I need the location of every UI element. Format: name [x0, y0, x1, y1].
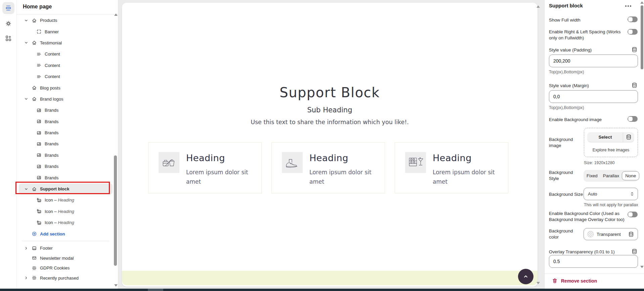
overlay-transparency-label: Overlay Transparency (0.01 to 1): [549, 249, 615, 255]
chevron-down-icon[interactable]: [24, 186, 29, 192]
scrollbar-down-arrow[interactable]: [114, 284, 118, 287]
apps-blocks-icon[interactable]: [2, 32, 14, 44]
preview-section-description: Use this text to share the information w…: [122, 119, 538, 125]
tree-item-content[interactable]: Content: [19, 71, 113, 82]
preview-scrollbar-up-arrow[interactable]: [536, 5, 540, 8]
tree-item-label: Brands: [45, 108, 58, 113]
dynamic-source-icon[interactable]: [631, 248, 638, 255]
preview-section-subheading: Sub Heading: [122, 106, 538, 114]
enable-bg-image-toggle[interactable]: [628, 116, 638, 122]
scrollbar-up-arrow[interactable]: [114, 13, 118, 16]
tree-item-brands[interactable]: Brands: [19, 150, 113, 161]
chevron-down-icon[interactable]: [24, 96, 29, 102]
tree-item-content[interactable]: Content: [19, 60, 113, 71]
tree-item-testimonial[interactable]: Testimonial: [19, 37, 113, 48]
dynamic-source-icon[interactable]: [628, 231, 634, 238]
preview-section-heading: Support Block: [122, 85, 538, 100]
bg-style-option-parallax[interactable]: Parallax: [600, 173, 622, 178]
tree-item-gdpr-cookies[interactable]: GDPR Cookies: [19, 263, 113, 273]
chevron-right-icon[interactable]: [24, 275, 29, 281]
tree-item-icon-heading[interactable]: Icon –Heading: [19, 194, 113, 206]
bags-line-art-icon: [159, 152, 179, 173]
tree-item-label: Blog posts: [40, 85, 60, 90]
add-section-button[interactable]: Add section: [19, 228, 113, 239]
tree-item-label: Content: [45, 63, 60, 68]
scrollbar-thumb[interactable]: [114, 155, 117, 266]
padding-label: Style value (Padding): [549, 47, 592, 53]
tree-item-footer[interactable]: Footer: [19, 243, 113, 253]
bg-color-value: Transparent: [597, 232, 625, 237]
explore-free-images-link[interactable]: Explore free images: [584, 148, 638, 152]
margin-input[interactable]: [549, 90, 638, 103]
icon-rail: [0, 0, 17, 289]
panel-scrollbar-down-arrow[interactable]: [640, 266, 644, 268]
tree-item-brand-logos[interactable]: Brand logos: [19, 94, 113, 105]
padding-input[interactable]: [549, 54, 638, 67]
enable-bg-color-toggle[interactable]: [628, 212, 638, 217]
tree-item-label: Content: [45, 74, 60, 79]
chevron-down-icon[interactable]: [24, 18, 29, 23]
scroll-to-top-button[interactable]: [518, 269, 533, 284]
remove-section-label: Remove section: [561, 278, 597, 284]
card-title: Heading: [433, 153, 497, 163]
bg-style-option-fixed[interactable]: Fixed: [584, 173, 600, 178]
remove-section-button[interactable]: Remove section: [552, 278, 597, 284]
bg-style-option-none[interactable]: None: [622, 171, 639, 180]
image-icon: [36, 130, 42, 136]
tree-item-newsletter-modal[interactable]: Newsletter modal: [19, 253, 113, 263]
tree-item-label: Products: [40, 18, 57, 23]
preview-card: Heading Lorem ipsum dolor sit amet: [395, 142, 508, 193]
tree-item-icon-heading[interactable]: Icon –Heading: [19, 217, 113, 228]
tree-item-label-italic: Heading: [58, 220, 74, 225]
envelope-icon: [32, 255, 37, 261]
tree-item-brands[interactable]: Brands: [19, 161, 113, 172]
preview-scrollbar-down-arrow[interactable]: [536, 282, 540, 284]
tree-item-label: Footer: [40, 246, 53, 251]
tree-item-banner[interactable]: Banner: [19, 26, 113, 37]
home-icon: [32, 18, 37, 23]
more-options-icon[interactable]: [625, 5, 631, 7]
tree-item-brands[interactable]: Brands: [19, 105, 113, 116]
tree-item-support-block[interactable]: Support block: [19, 183, 113, 194]
home-icon: [32, 186, 37, 192]
divider: [545, 274, 644, 274]
tree-item-brands[interactable]: Brands: [19, 116, 113, 127]
tree-item-label: Icon –: [45, 220, 56, 225]
tree-item-recently-purchased[interactable]: Recently purchased: [19, 273, 113, 283]
tree-item-label: Support block: [40, 186, 69, 191]
bg-size-label: Background Size: [549, 191, 586, 197]
preview-canvas: Support Block Sub Heading Use this text …: [122, 3, 538, 287]
section-tree: Products Banner Testimonial Content Cont…: [19, 15, 113, 283]
tree-item-label: Brands: [45, 119, 58, 124]
tree-item-brands[interactable]: Brands: [19, 127, 113, 138]
image-icon: [36, 141, 42, 147]
tree-item-products[interactable]: Products: [19, 15, 113, 26]
dynamic-source-icon[interactable]: [631, 82, 638, 88]
margin-label: Style value (Margin): [549, 83, 589, 89]
panel-scrollbar-thumb[interactable]: [641, 5, 643, 69]
settings-gear-icon[interactable]: [2, 17, 14, 30]
tree-item-brands[interactable]: Brands: [19, 172, 113, 183]
select-image-button[interactable]: Select: [588, 132, 634, 142]
tree-item-brands[interactable]: Brands: [19, 138, 113, 149]
dynamic-source-icon[interactable]: [631, 46, 638, 53]
chevron-right-icon[interactable]: [24, 246, 29, 251]
tree-item-blog-posts[interactable]: Blog posts: [19, 82, 113, 93]
bg-size-select[interactable]: Auto: [584, 188, 638, 200]
panel-scrollbar-up-arrow[interactable]: [640, 1, 644, 4]
chevron-down-icon[interactable]: [24, 40, 29, 45]
card-body: Lorem ipsum dolor sit amet: [309, 168, 374, 186]
overlay-transparency-input[interactable]: [549, 255, 638, 268]
bg-color-picker[interactable]: Transparent: [584, 228, 638, 240]
tree-item-content[interactable]: Content: [19, 48, 113, 60]
image-icon: [36, 152, 42, 158]
enable-spacing-toggle[interactable]: [628, 29, 638, 35]
show-full-width-toggle[interactable]: [628, 16, 638, 22]
taskbar-active-tile: [148, 289, 163, 291]
tree-item-icon-heading[interactable]: Icon –Heading: [19, 206, 113, 217]
card-body: Lorem ipsum dolor sit amet: [433, 168, 497, 186]
page-title: Home page: [23, 4, 52, 10]
dynamic-source-icon[interactable]: [623, 134, 634, 140]
sections-icon[interactable]: [2, 2, 14, 14]
taskbar-strip: [0, 289, 644, 291]
